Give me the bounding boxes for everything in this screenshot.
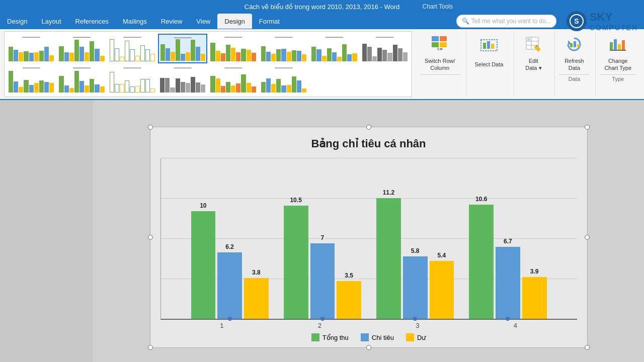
handle-top-center[interactable]: [366, 125, 371, 130]
svg-rect-9: [487, 41, 490, 49]
gallery-item-8[interactable]: ▬▬▬▬▬▬▬: [7, 64, 56, 94]
tab-layout[interactable]: Layout: [34, 14, 68, 29]
data-group-label2: Data: [559, 74, 589, 82]
tab-view[interactable]: View: [189, 14, 217, 29]
search-placeholder: Tell me what you want to do...: [471, 18, 551, 25]
bar-3-0: 11.2: [376, 198, 401, 319]
gallery-item-11[interactable]: ▬▬▬▬▬▬▬: [158, 64, 207, 94]
tab-mailings[interactable]: Mailings: [116, 14, 154, 29]
tab-format[interactable]: Format: [252, 14, 287, 29]
chart-title: Bảng chỉ tiêu cá nhân: [160, 137, 577, 150]
chart-plot: 106.23.810.573.511.25.85.410.66.73.9: [160, 158, 577, 320]
data-group-label: [420, 74, 460, 76]
gallery-item-5[interactable]: ▬▬▬▬▬▬▬: [259, 34, 308, 63]
svg-rect-15: [527, 38, 530, 41]
gallery-item-2[interactable]: ▬▬▬▬▬▬▬: [108, 34, 157, 63]
ribbon-actions: ⇅⇄ Switch Row/Column Select Data: [416, 31, 640, 97]
ribbon-content: ▬▬▬▬▬▬▬▬▬▬▬▬▬▬▬▬▬▬▬▬▬▬▬▬▬▬▬▬▬▬▬▬▬▬▬▬▬▬▬▬…: [0, 29, 644, 100]
gallery-item-7[interactable]: ▬▬▬▬▬▬▬: [360, 34, 410, 63]
legend-item-2: Dư: [406, 333, 426, 341]
bar-1-2: 3.8: [244, 278, 269, 319]
tab-design-active[interactable]: Design: [217, 14, 252, 29]
gallery-item-4[interactable]: ▬▬▬▬▬▬▬: [208, 34, 258, 63]
bar-group-2: 10.573.5: [284, 206, 361, 319]
bar-value-1-0: 10: [200, 202, 206, 209]
bar-value-3-0: 11.2: [383, 189, 394, 196]
bar-value-1-2: 3.8: [252, 269, 261, 276]
svg-rect-24: [622, 40, 625, 50]
gallery-item-9[interactable]: ▬▬▬▬▬▬▬: [57, 64, 106, 94]
bar-value-4-1: 6.7: [504, 238, 512, 245]
svg-text:⇅⇄: ⇅⇄: [437, 47, 443, 51]
bar-value-3-1: 5.8: [411, 247, 420, 254]
gallery-item-3[interactable]: ▬▬▬▬▬▬▬: [158, 34, 207, 63]
bar-4-1: 6.7: [496, 247, 520, 319]
svg-rect-19: [574, 41, 576, 47]
bar-2-1: 7: [310, 243, 335, 319]
gallery-item-0[interactable]: ▬▬▬▬▬▬▬: [7, 34, 56, 63]
switch-row-column-button[interactable]: ⇅⇄ Switch Row/Column: [420, 33, 460, 73]
bar-1-1: 6.2: [217, 252, 242, 319]
bar-2-2: 3.5: [337, 281, 361, 319]
sky-text: SKY: [590, 11, 638, 24]
svg-rect-20: [577, 44, 580, 47]
tab-design-1[interactable]: Design: [0, 14, 34, 29]
gallery-item-1[interactable]: ▬▬▬▬▬▬▬: [57, 34, 106, 63]
legend-box-1: [361, 333, 369, 341]
refresh-data-button[interactable]: RefreshData: [559, 33, 589, 73]
ribbon-group-refresh: RefreshData Data: [554, 31, 593, 97]
change-chart-icon: [609, 35, 627, 56]
svg-rect-23: [618, 44, 621, 50]
tab-references[interactable]: References: [68, 14, 116, 29]
handle-bottom-left[interactable]: [148, 345, 153, 350]
bar-2-0: 10.5: [284, 206, 308, 319]
svg-text:S: S: [574, 17, 579, 25]
bar-1-0: 10: [191, 211, 216, 319]
gallery-item-13[interactable]: ▬▬▬▬▬▬▬: [259, 64, 308, 94]
sky-logo-circle: S: [567, 11, 587, 31]
bar-value-4-0: 10.6: [475, 196, 487, 203]
svg-rect-2: [432, 36, 439, 41]
handle-bottom-right[interactable]: [585, 345, 590, 350]
gallery-item-6[interactable]: ▬▬▬▬▬▬▬: [309, 34, 359, 63]
change-chart-type-label: ChangeChart Type: [604, 58, 631, 71]
legend-label-1: Chi tiêu: [372, 334, 394, 341]
ribbon-group-change-chart: ChangeChart Type Type: [595, 31, 640, 97]
search-area: 🔍 Tell me what you want to do... S SKY C…: [452, 9, 644, 34]
edit-data-button[interactable]: EditData ▾: [518, 33, 548, 73]
switch-label: Switch Row/Column: [425, 58, 455, 71]
bar-handle-2-1: [320, 317, 325, 321]
handle-bottom-center[interactable]: [366, 345, 371, 350]
bar-handle-1-1: [228, 317, 232, 321]
handle-mid-right[interactable]: [585, 235, 590, 240]
bar-value-2-1: 7: [321, 234, 325, 241]
bar-groups: 106.23.810.573.511.25.85.410.66.73.9: [171, 158, 567, 319]
x-axis: 1234: [160, 320, 577, 329]
main-area: Bảng chỉ tiêu cá nhân 106.23.810.573.511…: [0, 100, 644, 362]
refresh-data-icon: [565, 35, 583, 56]
x-label-1: 1: [181, 320, 264, 329]
gallery-item-10[interactable]: ▬▬▬▬▬▬▬: [108, 64, 157, 94]
legend-label-0: Tổng thu: [323, 334, 349, 341]
handle-top-right[interactable]: [585, 125, 590, 130]
legend-item-0: Tổng thu: [311, 333, 349, 341]
tabs-area: Design Layout References Mailings Review…: [0, 14, 452, 29]
handle-top-left[interactable]: [148, 125, 153, 130]
change-chart-type-button[interactable]: ChangeChart Type: [600, 33, 636, 73]
sky-logo: S SKY COMPUTER: [560, 9, 644, 34]
x-label-2: 2: [278, 320, 361, 329]
chart-gallery: ▬▬▬▬▬▬▬▬▬▬▬▬▬▬▬▬▬▬▬▬▬▬▬▬▬▬▬▬▬▬▬▬▬▬▬▬▬▬▬▬…: [4, 31, 412, 97]
tell-me-search[interactable]: 🔍 Tell me what you want to do...: [456, 15, 556, 28]
select-data-button[interactable]: Select Data: [470, 33, 508, 73]
select-data-icon: [480, 39, 498, 59]
ribbon-tabs-row: Design Layout References Mailings Review…: [0, 13, 644, 29]
gallery-item-12[interactable]: ▬▬▬▬▬▬▬: [208, 64, 258, 94]
bar-4-2: 3.9: [522, 277, 547, 319]
edit-data-icon: [524, 35, 542, 56]
handle-mid-left[interactable]: [148, 235, 153, 240]
ribbon-group-switch: ⇅⇄ Switch Row/Column: [416, 31, 464, 97]
x-label-3: 3: [376, 320, 459, 329]
svg-rect-5: [440, 42, 447, 47]
tab-review[interactable]: Review: [154, 14, 190, 29]
select-data-label: Select Data: [475, 61, 504, 68]
